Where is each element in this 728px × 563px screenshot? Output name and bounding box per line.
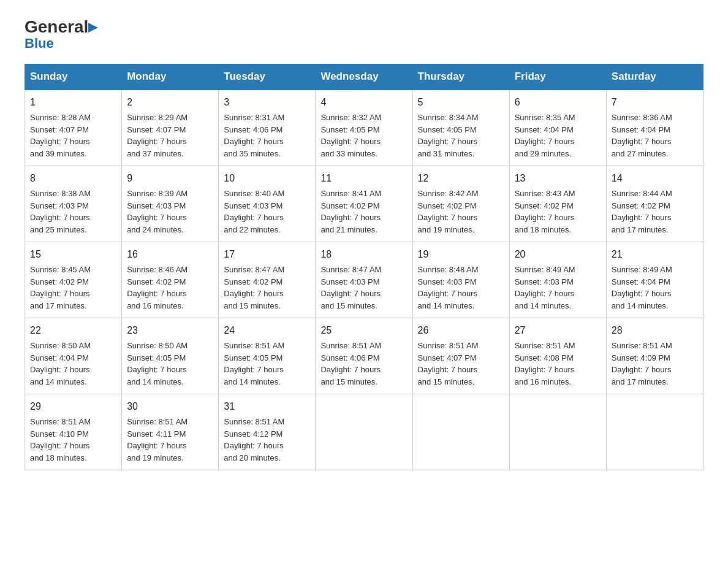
logo-general-text: General▸ (25, 18, 97, 36)
weekday-row: SundayMondayTuesdayWednesdayThursdayFrid… (25, 64, 703, 90)
day-info: Sunrise: 8:51 AMSunset: 4:07 PMDaylight:… (418, 340, 504, 388)
day-number: 16 (127, 247, 213, 262)
weekday-header-sunday: Sunday (25, 64, 122, 90)
week-row-2: 8 Sunrise: 8:38 AMSunset: 4:03 PMDayligh… (25, 166, 703, 242)
weekday-header-thursday: Thursday (412, 64, 509, 90)
day-info: Sunrise: 8:49 AMSunset: 4:04 PMDaylight:… (612, 264, 698, 312)
day-info: Sunrise: 8:44 AMSunset: 4:02 PMDaylight:… (612, 188, 698, 236)
day-cell: 17 Sunrise: 8:47 AMSunset: 4:02 PMDaylig… (219, 242, 316, 318)
day-info: Sunrise: 8:51 AMSunset: 4:08 PMDaylight:… (515, 340, 601, 388)
day-number: 9 (127, 171, 213, 186)
page-header: General▸ Blue (25, 18, 703, 52)
day-info: Sunrise: 8:51 AMSunset: 4:06 PMDaylight:… (320, 340, 407, 388)
day-number: 15 (30, 247, 116, 262)
day-info: Sunrise: 8:43 AMSunset: 4:02 PMDaylight:… (515, 188, 601, 236)
day-info: Sunrise: 8:32 AMSunset: 4:05 PMDaylight:… (320, 112, 407, 159)
day-info: Sunrise: 8:47 AMSunset: 4:03 PMDaylight:… (320, 264, 407, 312)
weekday-header-tuesday: Tuesday (219, 64, 316, 90)
day-cell: 10 Sunrise: 8:40 AMSunset: 4:03 PMDaylig… (219, 166, 316, 242)
day-info: Sunrise: 8:48 AMSunset: 4:03 PMDaylight:… (418, 264, 504, 312)
logo-triangle-icon: ▸ (88, 17, 97, 36)
calendar-body: 1 Sunrise: 8:28 AMSunset: 4:07 PMDayligh… (25, 90, 703, 470)
day-number: 7 (612, 95, 698, 110)
day-info: Sunrise: 8:51 AMSunset: 4:09 PMDaylight:… (612, 340, 698, 388)
week-row-4: 22 Sunrise: 8:50 AMSunset: 4:04 PMDaylig… (25, 318, 703, 394)
day-info: Sunrise: 8:50 AMSunset: 4:05 PMDaylight:… (127, 340, 213, 388)
day-number: 11 (320, 171, 407, 186)
day-number: 8 (30, 171, 116, 186)
weekday-header-monday: Monday (122, 64, 219, 90)
day-number: 12 (418, 171, 504, 186)
day-number: 6 (515, 95, 601, 110)
day-cell: 27 Sunrise: 8:51 AMSunset: 4:08 PMDaylig… (509, 318, 606, 394)
day-cell: 6 Sunrise: 8:35 AMSunset: 4:04 PMDayligh… (509, 90, 606, 166)
weekday-header-saturday: Saturday (606, 64, 703, 90)
day-number: 30 (127, 399, 213, 414)
day-cell: 9 Sunrise: 8:39 AMSunset: 4:03 PMDayligh… (122, 166, 219, 242)
day-number: 27 (515, 323, 601, 338)
day-info: Sunrise: 8:35 AMSunset: 4:04 PMDaylight:… (515, 112, 601, 159)
day-number: 1 (30, 95, 116, 110)
day-cell: 12 Sunrise: 8:42 AMSunset: 4:02 PMDaylig… (412, 166, 509, 242)
day-cell (316, 394, 412, 470)
day-info: Sunrise: 8:36 AMSunset: 4:04 PMDaylight:… (612, 112, 698, 159)
logo: General▸ Blue (25, 18, 97, 52)
day-number: 29 (30, 399, 116, 414)
day-cell: 8 Sunrise: 8:38 AMSunset: 4:03 PMDayligh… (25, 166, 122, 242)
day-number: 23 (127, 323, 213, 338)
day-cell: 4 Sunrise: 8:32 AMSunset: 4:05 PMDayligh… (316, 90, 412, 166)
day-number: 20 (515, 247, 601, 262)
day-cell: 1 Sunrise: 8:28 AMSunset: 4:07 PMDayligh… (25, 90, 122, 166)
day-info: Sunrise: 8:28 AMSunset: 4:07 PMDaylight:… (30, 112, 116, 159)
day-cell: 31 Sunrise: 8:51 AMSunset: 4:12 PMDaylig… (219, 394, 316, 470)
day-info: Sunrise: 8:51 AMSunset: 4:10 PMDaylight:… (30, 416, 116, 464)
logo-blue-text: Blue (25, 36, 54, 52)
day-number: 4 (320, 95, 407, 110)
day-info: Sunrise: 8:41 AMSunset: 4:02 PMDaylight:… (320, 188, 407, 236)
day-number: 17 (224, 247, 310, 262)
day-number: 21 (612, 247, 698, 262)
day-info: Sunrise: 8:42 AMSunset: 4:02 PMDaylight:… (418, 188, 504, 236)
day-cell: 25 Sunrise: 8:51 AMSunset: 4:06 PMDaylig… (316, 318, 412, 394)
day-info: Sunrise: 8:51 AMSunset: 4:12 PMDaylight:… (224, 416, 310, 464)
day-cell: 19 Sunrise: 8:48 AMSunset: 4:03 PMDaylig… (412, 242, 509, 318)
day-info: Sunrise: 8:45 AMSunset: 4:02 PMDaylight:… (30, 264, 116, 312)
day-info: Sunrise: 8:38 AMSunset: 4:03 PMDaylight:… (30, 188, 116, 236)
day-cell: 26 Sunrise: 8:51 AMSunset: 4:07 PMDaylig… (412, 318, 509, 394)
day-cell (606, 394, 703, 470)
day-cell: 15 Sunrise: 8:45 AMSunset: 4:02 PMDaylig… (25, 242, 122, 318)
week-row-3: 15 Sunrise: 8:45 AMSunset: 4:02 PMDaylig… (25, 242, 703, 318)
day-info: Sunrise: 8:50 AMSunset: 4:04 PMDaylight:… (30, 340, 116, 388)
day-number: 10 (224, 171, 310, 186)
weekday-header-friday: Friday (509, 64, 606, 90)
day-cell: 2 Sunrise: 8:29 AMSunset: 4:07 PMDayligh… (122, 90, 219, 166)
day-cell: 21 Sunrise: 8:49 AMSunset: 4:04 PMDaylig… (606, 242, 703, 318)
day-number: 19 (418, 247, 504, 262)
day-cell: 7 Sunrise: 8:36 AMSunset: 4:04 PMDayligh… (606, 90, 703, 166)
day-number: 22 (30, 323, 116, 338)
calendar-table: SundayMondayTuesdayWednesdayThursdayFrid… (25, 64, 703, 470)
day-number: 28 (612, 323, 698, 338)
weekday-header-wednesday: Wednesday (316, 64, 412, 90)
day-cell (509, 394, 606, 470)
day-info: Sunrise: 8:51 AMSunset: 4:05 PMDaylight:… (224, 340, 310, 388)
day-number: 13 (515, 171, 601, 186)
day-cell: 22 Sunrise: 8:50 AMSunset: 4:04 PMDaylig… (25, 318, 122, 394)
day-cell (412, 394, 509, 470)
day-info: Sunrise: 8:46 AMSunset: 4:02 PMDaylight:… (127, 264, 213, 312)
day-info: Sunrise: 8:31 AMSunset: 4:06 PMDaylight:… (224, 112, 310, 159)
day-info: Sunrise: 8:40 AMSunset: 4:03 PMDaylight:… (224, 188, 310, 236)
day-number: 31 (224, 399, 310, 414)
week-row-5: 29 Sunrise: 8:51 AMSunset: 4:10 PMDaylig… (25, 394, 703, 470)
day-cell: 16 Sunrise: 8:46 AMSunset: 4:02 PMDaylig… (122, 242, 219, 318)
day-info: Sunrise: 8:51 AMSunset: 4:11 PMDaylight:… (127, 416, 213, 464)
day-cell: 23 Sunrise: 8:50 AMSunset: 4:05 PMDaylig… (122, 318, 219, 394)
day-number: 3 (224, 95, 310, 110)
day-number: 5 (418, 95, 504, 110)
day-info: Sunrise: 8:47 AMSunset: 4:02 PMDaylight:… (224, 264, 310, 312)
day-cell: 18 Sunrise: 8:47 AMSunset: 4:03 PMDaylig… (316, 242, 412, 318)
day-cell: 30 Sunrise: 8:51 AMSunset: 4:11 PMDaylig… (122, 394, 219, 470)
day-cell: 24 Sunrise: 8:51 AMSunset: 4:05 PMDaylig… (219, 318, 316, 394)
day-number: 24 (224, 323, 310, 338)
day-cell: 28 Sunrise: 8:51 AMSunset: 4:09 PMDaylig… (606, 318, 703, 394)
